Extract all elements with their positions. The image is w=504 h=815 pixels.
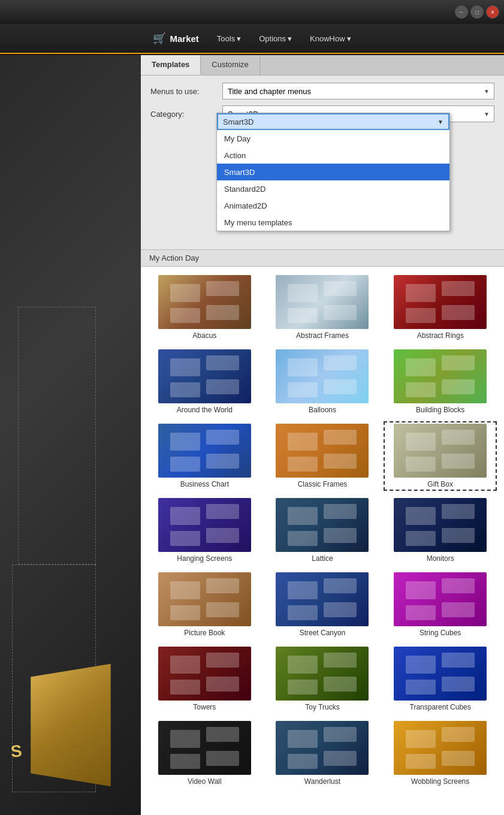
grid-label-transparent-cubes: Transparent Cubes xyxy=(410,703,471,711)
thumb-abstract-frames xyxy=(276,275,369,329)
close-button[interactable]: × xyxy=(486,5,499,19)
svg-rect-5 xyxy=(324,281,357,296)
svg-rect-16 xyxy=(288,358,318,376)
svg-rect-28 xyxy=(288,433,318,451)
dropdown-item-smart3d[interactable]: Smart3D xyxy=(217,164,449,180)
svg-rect-39 xyxy=(206,528,239,543)
menus-to-use-wrapper[interactable]: Title and chapter menus Title menu only … xyxy=(222,83,494,99)
options-menu[interactable]: Options ▾ xyxy=(259,34,292,43)
svg-rect-48 xyxy=(170,581,200,599)
category-label: Category: xyxy=(150,110,216,119)
svg-rect-26 xyxy=(170,457,200,472)
grid-label-wanderlust: Wanderlust xyxy=(304,777,340,786)
grid-item-wobbling-screens[interactable]: Wobbling Screens xyxy=(384,719,497,788)
thumb-business-chart xyxy=(158,424,251,478)
svg-rect-52 xyxy=(288,581,318,599)
project-title-label: My Action Day xyxy=(149,253,199,262)
dropdown-item-action[interactable]: Action xyxy=(217,147,449,164)
svg-rect-69 xyxy=(442,653,475,668)
grid-item-toy-trucks[interactable]: Toy Trucks xyxy=(266,644,379,714)
grid-item-lattice[interactable]: Lattice xyxy=(266,496,379,565)
svg-rect-66 xyxy=(288,680,318,695)
svg-rect-19 xyxy=(324,379,357,394)
menus-to-use-row: Menus to use: Title and chapter menus Ti… xyxy=(150,83,494,99)
controls-area: Menus to use: Title and chapter menus Ti… xyxy=(141,76,504,135)
thumb-lattice xyxy=(276,498,369,552)
grid-label-video-wall: Video Wall xyxy=(188,777,222,786)
tab-customize[interactable]: Customize xyxy=(201,55,259,75)
box-label: S xyxy=(10,741,23,762)
grid-label-around-world: Around the World xyxy=(177,406,233,414)
svg-rect-30 xyxy=(288,457,318,472)
knowhow-arrow: ▾ xyxy=(347,34,351,43)
thumb-transparent-cubes xyxy=(394,647,487,701)
dropdown-item-myday[interactable]: My Day xyxy=(217,130,449,147)
svg-rect-76 xyxy=(288,730,318,748)
grid-item-hanging-screens[interactable]: Hanging Screens xyxy=(148,496,261,565)
svg-rect-65 xyxy=(324,653,357,668)
grid-item-video-wall[interactable]: Video Wall xyxy=(148,719,261,788)
scene-box xyxy=(31,664,110,786)
svg-rect-20 xyxy=(406,358,436,376)
grid-item-around-world[interactable]: Around the World xyxy=(148,347,261,416)
svg-rect-2 xyxy=(170,308,200,323)
menus-to-use-label: Menus to use: xyxy=(150,87,216,96)
grid-item-string-cubes[interactable]: String Cubes xyxy=(384,570,497,639)
svg-rect-45 xyxy=(442,504,475,519)
knowhow-menu[interactable]: KnowHow ▾ xyxy=(310,34,351,43)
svg-rect-18 xyxy=(288,382,318,397)
svg-rect-78 xyxy=(288,754,318,769)
thumb-monitors xyxy=(394,498,487,552)
dropdown-item-mymenu[interactable]: My menu templates xyxy=(217,214,449,231)
thumb-toy-trucks xyxy=(276,647,369,701)
grid-item-street-canyon[interactable]: Street Canyon xyxy=(266,570,379,639)
svg-rect-32 xyxy=(406,433,436,451)
svg-rect-50 xyxy=(170,605,200,620)
brand: 🛒 Market xyxy=(153,32,198,45)
grid-item-building-blocks[interactable]: Building Blocks xyxy=(384,347,497,416)
grid-item-monitors[interactable]: Monitors xyxy=(384,496,497,565)
options-label: Options xyxy=(259,34,286,43)
svg-rect-70 xyxy=(406,680,436,695)
grid-label-street-canyon: Street Canyon xyxy=(300,629,346,637)
grid-item-picture-book[interactable]: Picture Book xyxy=(148,570,261,639)
grid-item-classic-frames[interactable]: Classic Frames xyxy=(266,421,379,491)
svg-rect-22 xyxy=(406,382,436,397)
menus-to-use-select[interactable]: Title and chapter menus Title menu only … xyxy=(222,83,494,99)
grid-item-abstract-rings[interactable]: Abstract Rings xyxy=(384,273,497,342)
category-dropdown[interactable]: Smart3D My Day Action Smart3D Standard2D… xyxy=(216,113,450,231)
svg-rect-74 xyxy=(170,754,200,769)
grid-item-abstract-frames[interactable]: Abstract Frames xyxy=(266,273,379,342)
grid-item-towers[interactable]: Towers xyxy=(148,644,261,714)
maximize-button[interactable]: □ xyxy=(470,5,484,19)
grid-label-toy-trucks: Toy Trucks xyxy=(305,703,339,711)
tools-menu[interactable]: Tools ▾ xyxy=(217,34,241,43)
thumb-wobbling-screens xyxy=(394,721,487,775)
svg-rect-56 xyxy=(406,581,436,599)
svg-rect-79 xyxy=(324,751,357,766)
dropdown-item-animated2d[interactable]: Animated2D xyxy=(217,197,449,214)
svg-rect-47 xyxy=(442,528,475,543)
tab-bar: Templates Customize xyxy=(141,55,504,76)
svg-rect-33 xyxy=(442,430,475,445)
svg-rect-21 xyxy=(442,355,475,370)
grid-item-balloons[interactable]: Balloons xyxy=(266,347,379,416)
grid-item-wanderlust[interactable]: Wanderlust xyxy=(266,719,379,788)
thumb-wanderlust xyxy=(276,721,369,775)
dropdown-header[interactable]: Smart3D xyxy=(217,113,449,130)
minimize-button[interactable]: − xyxy=(455,5,468,19)
dropdown-item-standard2d[interactable]: Standard2D xyxy=(217,180,449,197)
svg-rect-8 xyxy=(406,284,436,302)
grid-label-gift-box: Gift Box xyxy=(427,480,453,488)
svg-rect-81 xyxy=(442,727,475,742)
tab-templates[interactable]: Templates xyxy=(141,55,201,75)
grid-item-transparent-cubes[interactable]: Transparent Cubes xyxy=(384,644,497,714)
svg-rect-53 xyxy=(324,578,357,593)
svg-rect-23 xyxy=(442,379,475,394)
grid-item-abacus[interactable]: Abacus xyxy=(148,273,261,342)
thumb-hanging-screens xyxy=(158,498,251,552)
svg-rect-4 xyxy=(288,284,318,302)
svg-rect-40 xyxy=(288,507,318,525)
grid-item-gift-box[interactable]: Gift Box xyxy=(384,421,497,491)
grid-item-business-chart[interactable]: Business Chart xyxy=(148,421,261,491)
